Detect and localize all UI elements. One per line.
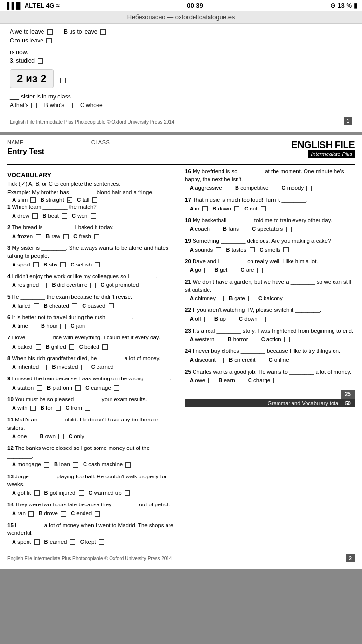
q-text-4: 4 I didn't enjoy the work or like my col… bbox=[7, 272, 177, 280]
q-cb-21-c[interactable] bbox=[286, 296, 291, 301]
q-cb-21-b[interactable] bbox=[248, 296, 253, 301]
q-cb-20-b[interactable] bbox=[231, 268, 236, 273]
option-a-checkbox[interactable] bbox=[47, 29, 53, 35]
q-cb-4-a[interactable] bbox=[42, 283, 47, 288]
q-cb-1-c[interactable] bbox=[91, 213, 96, 219]
sister-a-checkbox[interactable] bbox=[31, 103, 37, 108]
q-cb-21-a[interactable] bbox=[219, 296, 224, 301]
grammar-total-label: Grammar and Vocabulary total bbox=[268, 400, 340, 406]
q-cb-3-b[interactable] bbox=[60, 262, 66, 267]
q-cb-16-b[interactable] bbox=[272, 186, 277, 191]
option-b-checkbox[interactable] bbox=[100, 29, 106, 35]
q-cb-15-a[interactable] bbox=[34, 539, 40, 545]
q-cb-7-c[interactable] bbox=[102, 344, 108, 350]
q-cb-18-a[interactable] bbox=[213, 227, 218, 232]
q-cb-13-b[interactable] bbox=[79, 490, 84, 496]
q-cb-23-a[interactable] bbox=[218, 337, 223, 342]
name-class-row: NAME CLASS bbox=[7, 140, 163, 145]
q-num-14: 14 bbox=[7, 502, 14, 507]
q-cb-23-b[interactable] bbox=[251, 337, 256, 342]
q-cb-7-b[interactable] bbox=[69, 344, 74, 350]
q-cb-11-a[interactable] bbox=[30, 434, 35, 439]
q-cb-15-b[interactable] bbox=[70, 539, 75, 545]
q-cb-8-c[interactable] bbox=[117, 365, 122, 370]
q-cb-7-a[interactable] bbox=[36, 344, 41, 350]
q-cb-2-a[interactable] bbox=[36, 234, 41, 239]
q-cb-14-c[interactable] bbox=[95, 511, 100, 517]
q-cb-25-c[interactable] bbox=[273, 378, 278, 383]
q-cb-5-c[interactable] bbox=[109, 303, 114, 308]
q-cb-14-b[interactable] bbox=[61, 511, 66, 517]
q-cb-22-c[interactable] bbox=[261, 317, 266, 322]
q-num-16: 16 bbox=[185, 168, 191, 174]
q-cb-5-b[interactable] bbox=[72, 303, 77, 308]
q-cb-10-a[interactable] bbox=[30, 406, 36, 411]
page2-main: NAME CLASS Entry Test ENGLISH FILE Inter… bbox=[0, 135, 362, 569]
q-cb-2-c[interactable] bbox=[94, 234, 99, 239]
q-cb-1-b[interactable] bbox=[62, 213, 67, 219]
q-cb-25-a[interactable] bbox=[208, 378, 213, 383]
q-cb-3-a[interactable] bbox=[33, 262, 39, 267]
q-cb-4-c[interactable] bbox=[142, 283, 147, 288]
q-num-15: 15 bbox=[7, 522, 14, 528]
q-cb-12-c[interactable] bbox=[125, 462, 131, 468]
ex-a-cb[interactable] bbox=[30, 197, 36, 203]
q-cb-15-c[interactable] bbox=[99, 539, 104, 545]
q-cb-2-b[interactable] bbox=[63, 234, 69, 239]
q-opt-12-b: B loan bbox=[54, 461, 78, 468]
q-cb-1-a[interactable] bbox=[32, 213, 38, 219]
q-opt-25-c: C charge bbox=[248, 377, 279, 384]
q-opt-19-b: B tastes bbox=[226, 246, 254, 253]
q-cb-6-c[interactable] bbox=[88, 324, 93, 329]
q-cb-23-c[interactable] bbox=[284, 337, 290, 342]
q-cb-10-c[interactable] bbox=[85, 406, 90, 411]
q-cb-25-b[interactable] bbox=[238, 378, 243, 383]
q-opt-23-b: B horror bbox=[228, 336, 256, 343]
studied-checkbox[interactable] bbox=[38, 58, 43, 64]
ex-c-cb[interactable] bbox=[92, 197, 97, 203]
q-cb-4-b[interactable] bbox=[90, 283, 96, 288]
q-cb-20-a[interactable] bbox=[204, 268, 209, 273]
q-cb-22-a[interactable] bbox=[204, 317, 209, 322]
q-cb-10-b[interactable] bbox=[56, 406, 61, 411]
q-cb-8-b[interactable] bbox=[81, 365, 86, 370]
q-cb-24-b[interactable] bbox=[259, 358, 264, 363]
q-cb-19-b[interactable] bbox=[250, 247, 255, 252]
q-cb-11-b[interactable] bbox=[58, 434, 64, 439]
q-cb-9-b[interactable] bbox=[75, 385, 81, 391]
sister-b-checkbox[interactable] bbox=[68, 103, 73, 108]
q-cb-11-c[interactable] bbox=[87, 434, 92, 439]
q-cb-13-c[interactable] bbox=[125, 490, 130, 496]
option-c-checkbox[interactable] bbox=[46, 38, 52, 43]
ex-b-cb[interactable]: ✓ bbox=[67, 197, 72, 203]
page1-extra-checkbox[interactable] bbox=[60, 78, 66, 83]
q-cb-12-b[interactable] bbox=[73, 462, 78, 468]
q-cb-17-c[interactable] bbox=[261, 206, 266, 211]
q-cb-8-a[interactable] bbox=[42, 365, 47, 370]
q-text-17: 17 That music is much too loud! Turn it … bbox=[185, 196, 355, 204]
q-cb-6-a[interactable] bbox=[31, 324, 36, 329]
q-cb-17-b[interactable] bbox=[234, 206, 239, 211]
q-cb-18-c[interactable] bbox=[286, 227, 292, 232]
q-cb-16-c[interactable] bbox=[306, 186, 312, 191]
question-21: 21 We don't have a garden, but we have a… bbox=[185, 278, 355, 303]
q-cb-5-a[interactable] bbox=[34, 303, 39, 308]
q-cb-22-b[interactable] bbox=[229, 317, 234, 322]
q-cb-24-c[interactable] bbox=[292, 358, 297, 363]
q-cb-13-a[interactable] bbox=[34, 490, 40, 496]
q-cb-19-c[interactable] bbox=[283, 247, 289, 252]
q-cb-18-b[interactable] bbox=[242, 227, 247, 232]
q-cb-16-a[interactable] bbox=[225, 186, 230, 191]
sister-c-checkbox[interactable] bbox=[106, 103, 111, 108]
q-cb-19-a[interactable] bbox=[216, 247, 221, 252]
q-cb-14-a[interactable] bbox=[28, 511, 34, 517]
q-cb-6-b[interactable] bbox=[60, 324, 66, 329]
q-cb-9-c[interactable] bbox=[114, 385, 119, 391]
q-cb-9-a[interactable] bbox=[37, 385, 42, 391]
q-cb-12-a[interactable] bbox=[44, 462, 49, 468]
q-cb-17-a[interactable] bbox=[202, 206, 208, 211]
q-cb-3-c[interactable] bbox=[95, 262, 100, 267]
q-cb-24-a[interactable] bbox=[219, 358, 224, 363]
q-text-6: 6 It is better not to travel during the … bbox=[7, 313, 177, 321]
q-cb-20-c[interactable] bbox=[257, 268, 263, 273]
